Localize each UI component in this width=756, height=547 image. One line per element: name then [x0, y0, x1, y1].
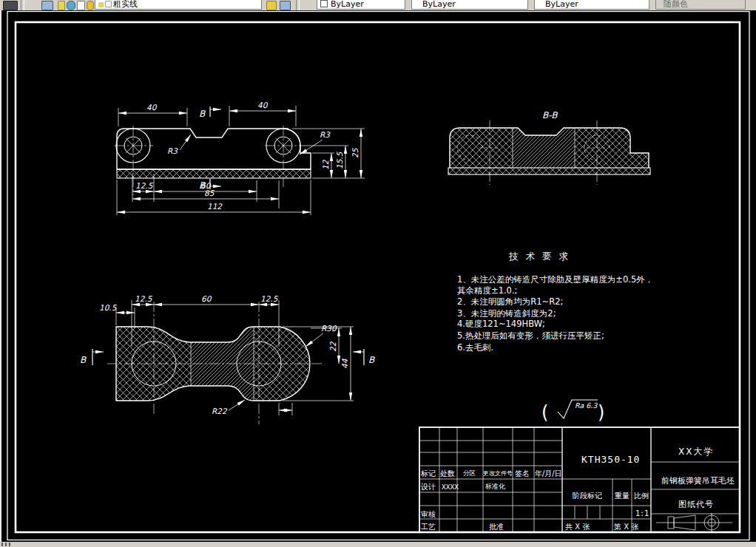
freeze-icon[interactable] [77, 1, 85, 10]
tb-scale-value: 1:1 [635, 509, 649, 517]
tb-material: KTH350-10 [581, 454, 640, 465]
linetype-dropdown-value: ByLayer [422, 0, 456, 9]
layer-previous-icon[interactable] [280, 1, 291, 10]
title-block: 标记 处数 分区 更改文件号 签名 年/月/日 设计 XXXX 标准化 审核 工… [419, 427, 740, 532]
color-dropdown-value: ByLayer [331, 0, 364, 9]
linetype-dropdown[interactable]: ByLayer [411, 0, 528, 10]
layer-on-icon [98, 2, 104, 7]
dim-22: 22 [328, 341, 337, 352]
tb-company: XX大学 [678, 446, 714, 457]
tb-change-no: 更改文件号 [483, 470, 513, 477]
plan-view: 10.5 12.5 60 12.5 R30 22 44 R22 B [80, 294, 375, 424]
toolbar-separator [21, 0, 24, 11]
tb-review: 审核 [421, 510, 436, 518]
window-edge [0, 10, 1, 542]
dim-44: 44 [340, 359, 349, 369]
svg-text:B: B [80, 355, 87, 365]
plotstyle-dropdown[interactable]: 随颜色 [655, 0, 746, 10]
dim-10-5: 10.5 [99, 303, 118, 312]
paren-close: ) [598, 402, 604, 423]
tech-requirements-title: 技 术 要 求 [508, 251, 570, 262]
plotstyle-dropdown-value: 随颜色 [664, 0, 688, 9]
tech-requirements: 技 术 要 求 1、未注公差的铸造尺寸除肋及壁厚精度为±0.5外， 其余精度±1… [457, 251, 653, 353]
light-bulb-icon[interactable] [58, 1, 65, 10]
tech-req-line-7: 6.去毛刺. [457, 342, 493, 353]
dim-12-5: 12.5 [135, 181, 154, 190]
tech-req-line-6: 5.热处理后如有变形，须进行压平矫正; [457, 330, 604, 341]
drawing-svg: 40 40 B R3 R3 12 15.5 [0, 10, 756, 542]
section-mark-b-right: B [353, 349, 375, 365]
tech-req-line-4: 3、未注明的铸造斜度为2; [457, 308, 556, 319]
tb-drawing-code: 图纸代号 [678, 500, 714, 509]
lock-icon[interactable] [87, 1, 94, 10]
globe-icon[interactable] [67, 1, 75, 10]
tb-sheet-no: 第 X 张 [614, 523, 638, 531]
dim-12-5-left: 12.5 [135, 294, 153, 303]
toolbar-separator [296, 0, 300, 11]
svg-text:B: B [199, 109, 206, 119]
tech-req-line-3: 2、未注明圆角均为R1~R2; [457, 296, 563, 307]
dim-40-left: 40 [146, 103, 158, 112]
layer-properties-icon[interactable] [41, 1, 53, 10]
dim-40-right: 40 [257, 101, 269, 109]
roughness-symbol: ( Ra 6.3 ) [541, 400, 604, 423]
tech-req-line-5: 4.硬度121~149HBW; [457, 319, 545, 329]
tb-standardization: 标准化 [485, 483, 506, 490]
tb-sheets-total: 共 X 张 [565, 523, 590, 531]
layer-dropdown[interactable]: 粗实线 [95, 0, 262, 10]
tech-req-line-2: 其余精度±1.0.; [457, 285, 517, 296]
tb-weight-label: 重量 [614, 492, 630, 500]
tb-sign: 签名 [515, 469, 530, 478]
drawing-canvas[interactable]: 40 40 B R3 R3 12 15.5 [0, 10, 756, 542]
tb-design: 设计 [420, 483, 436, 491]
paren-open: ( [541, 402, 548, 423]
svg-text:B: B [368, 355, 375, 365]
dim-112: 112 [207, 202, 223, 211]
tb-date: 年/月/日 [535, 469, 562, 478]
section-mark-b-top: B [199, 106, 221, 119]
dim-60: 60 [201, 294, 212, 303]
roughness-value: Ra 6.3 [575, 401, 598, 410]
dim-85: 85 [204, 188, 215, 197]
dim-15-5: 15.5 [335, 151, 344, 169]
tb-part-name: 前钢板弹簧吊耳毛坯 [661, 476, 735, 486]
front-view: 40 40 B R3 R3 12 15.5 [115, 101, 365, 215]
tb-scale-label: 比例 [634, 492, 649, 500]
r3-left-label: R3 [167, 146, 178, 155]
properties-toolbar: 粗实线 ByLayer ByLayer ByLayer 随颜色 [0, 0, 756, 11]
projection-symbol [656, 513, 732, 532]
tb-process: 工艺 [421, 523, 436, 531]
r3-right-label: R3 [320, 130, 331, 139]
section-mark-b-left: B [80, 349, 104, 365]
tb-mark: 标记 [420, 469, 436, 478]
tb-stage-label: 阶段标记 [573, 492, 602, 500]
lineweight-dropdown-value: ByLayer [545, 0, 578, 9]
application-window: 粗实线 ByLayer ByLayer ByLayer 随颜色 [0, 0, 756, 547]
tb-designer: XXXX [442, 483, 459, 491]
dim-25: 25 [351, 147, 360, 158]
layer-color-chip [105, 1, 112, 7]
tech-req-line-1: 1、未注公差的铸造尺寸除肋及壁厚精度为±0.5外， [457, 274, 653, 285]
tb-zone: 分区 [463, 469, 476, 477]
lineweight-dropdown[interactable]: ByLayer [534, 0, 649, 10]
section-view: B-B [448, 110, 650, 185]
tb-count: 处数 [440, 469, 455, 478]
tb-approve: 批准 [489, 523, 504, 531]
section-title: B-B [542, 110, 558, 120]
dim-12-5-right: 12.5 [260, 294, 279, 303]
coordinate-readout [1, 543, 12, 546]
app-icon[interactable] [3, 1, 18, 10]
color-swatch [320, 0, 328, 7]
make-layer-current-icon[interactable] [266, 1, 277, 10]
dim-12: 12 [321, 159, 330, 170]
color-dropdown[interactable]: ByLayer [317, 0, 405, 10]
layer-dropdown-value: 粗实线 [113, 0, 138, 9]
status-bar [0, 542, 756, 547]
r22-label: R22 [212, 407, 228, 415]
